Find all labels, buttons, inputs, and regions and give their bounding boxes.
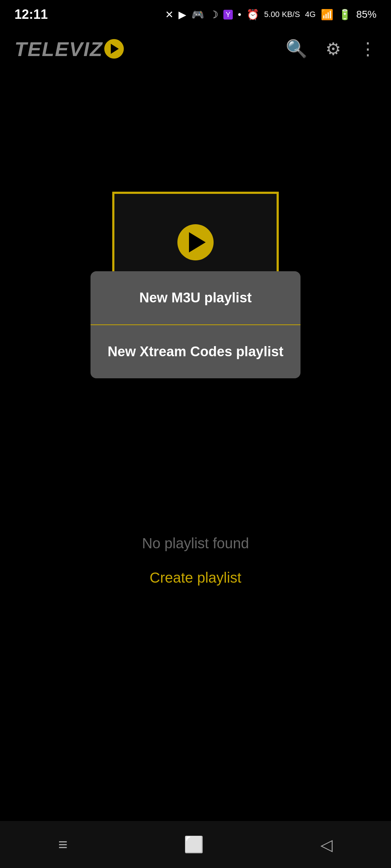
settings-icon[interactable]: ⚙	[325, 39, 341, 59]
alarm-icon: ⏰	[247, 9, 259, 21]
search-icon[interactable]: 🔍	[286, 39, 307, 59]
app-logo: TELEVIZ	[14, 37, 124, 61]
playlist-preview-play-icon	[177, 224, 214, 260]
main-content: New M3U playlist New Xtream Codes playli…	[0, 69, 391, 586]
signal-bars-icon: 📶	[321, 9, 333, 21]
status-bar: 12:11 ✕ ▶ 🎮 ☽ Y • ⏰ 5.00 KB/S 4G 📶 🔋 85%	[0, 0, 391, 29]
speed-text: 5.00 KB/S	[264, 10, 300, 19]
new-m3u-playlist-button[interactable]: New M3U playlist	[91, 271, 300, 324]
game-icon: 🎮	[192, 9, 204, 21]
status-icons: ✕ ▶ 🎮 ☽ Y • ⏰ 5.00 KB/S 4G 📶 🔋 85%	[165, 9, 377, 21]
youtube-icon: ▶	[178, 9, 186, 21]
battery-icon: 🔋	[339, 9, 351, 21]
logo-play-circle	[104, 39, 124, 59]
logo-play-triangle	[111, 44, 119, 54]
battery-percent: 85%	[356, 9, 377, 20]
nav-menu-icon[interactable]: ≡	[58, 835, 68, 854]
app-bar-actions: 🔍 ⚙ ⋮	[286, 39, 377, 59]
more-options-icon[interactable]: ⋮	[359, 39, 377, 59]
network-type: 4G	[305, 10, 316, 19]
status-time: 12:11	[14, 7, 48, 22]
dot-icon: •	[238, 9, 241, 20]
nav-bar: ≡ ⬜ ◁	[0, 821, 391, 868]
play-triangle	[189, 232, 206, 252]
nav-home-icon[interactable]: ⬜	[184, 835, 204, 854]
logo-text: TELEVIZ	[14, 37, 103, 61]
bottom-sheet: New M3U playlist New Xtream Codes playli…	[91, 271, 300, 378]
create-playlist-button[interactable]: Create playlist	[150, 570, 241, 586]
no-playlist-text: No playlist found	[142, 535, 249, 552]
yono-icon: Y	[223, 10, 232, 20]
signal-icon: ✕	[165, 9, 173, 21]
moon-icon: ☽	[209, 9, 218, 21]
new-xtream-codes-playlist-button[interactable]: New Xtream Codes playlist	[91, 325, 300, 378]
nav-back-icon[interactable]: ◁	[320, 835, 333, 854]
app-bar: TELEVIZ 🔍 ⚙ ⋮	[0, 29, 391, 69]
